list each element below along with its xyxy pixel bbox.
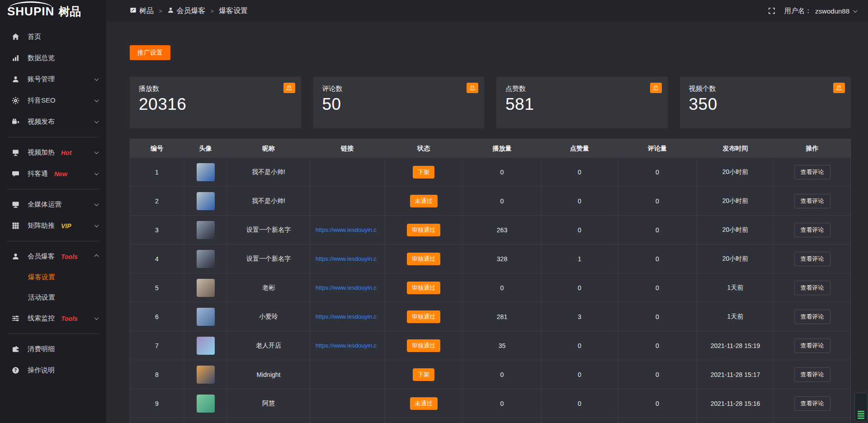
fullscreen-icon[interactable]	[768, 7, 775, 14]
cell-nickname: 小爱玲	[227, 302, 310, 331]
sidebar-item-视频发布[interactable]: 视频发布	[0, 111, 106, 132]
breadcrumb-item-爆客设置[interactable]: 爆客设置	[219, 6, 248, 16]
cell-avatar	[184, 389, 227, 418]
breadcrumb-item-树品[interactable]: 树品	[130, 6, 154, 16]
sidebar-item-label: 数据总览	[28, 54, 55, 62]
cell-avatar	[184, 187, 227, 215]
sidebar-item-tag: Tools	[61, 315, 78, 322]
cell-action: 查看评论	[774, 302, 850, 331]
cell-time	[697, 418, 774, 423]
board-icon	[130, 7, 137, 15]
view-comments-button[interactable]: 查看评论	[794, 367, 830, 382]
chevron-down-icon	[853, 8, 858, 13]
svg-text:?: ?	[14, 368, 17, 373]
app-logo[interactable]: SHUPIN 树品	[0, 0, 106, 23]
sidebar-item-操作说明[interactable]: ? 操作说明	[0, 360, 106, 381]
sidebar-item-tag: New	[54, 170, 67, 178]
monitor-icon	[12, 201, 20, 208]
column-header-评论量: 评论量	[618, 139, 697, 158]
avatar	[197, 163, 215, 181]
cell-nickname	[227, 418, 310, 423]
sidebar-item-首页[interactable]: 首页	[0, 26, 106, 47]
sidebar-item-label: 抖音SEO	[28, 96, 56, 105]
sidebar-item-会员爆客[interactable]: 会员爆客 Tools	[0, 246, 106, 267]
view-comments-button[interactable]: 查看评论	[794, 223, 830, 237]
breadcrumb-item-会员爆客[interactable]: 会员爆客	[167, 6, 206, 16]
cell-time: 20小时前	[697, 187, 774, 215]
stat-value: 20316	[139, 95, 292, 114]
floating-widget[interactable]	[854, 393, 868, 422]
promotion-settings-button[interactable]: 推广设置	[130, 45, 170, 60]
cell-no: 9	[130, 389, 184, 418]
stat-label: 评论数	[322, 85, 476, 93]
cell-likes: 1	[541, 244, 618, 273]
chevron-down-icon	[94, 98, 99, 102]
avatar	[197, 366, 215, 384]
cell-no: 3	[130, 216, 184, 244]
cell-comments: 0	[618, 360, 697, 389]
sidebar-item-label: 账号管理	[28, 75, 55, 84]
cell-likes: 0	[541, 187, 618, 215]
view-comments-button[interactable]: 查看评论	[794, 252, 830, 266]
widget-stripe	[858, 418, 864, 419]
cell-link: https://www.iesdouyin.c	[310, 302, 384, 331]
cell-status: 审核通过	[384, 273, 462, 302]
chevron-down-icon	[94, 171, 99, 175]
cell-link: https://www.iesdouyin.c	[310, 216, 384, 244]
sidebar-item-矩阵助推[interactable]: 矩阵助推 VIP	[0, 215, 106, 236]
cell-no: 5	[130, 273, 184, 302]
sidebar-item-label: 抖客通	[28, 169, 48, 178]
profile-link[interactable]: https://www.iesdouyin.c	[316, 342, 377, 349]
sidebar-subitem-爆客设置[interactable]: 爆客设置	[0, 267, 106, 287]
status-badge: 未通过	[410, 195, 438, 207]
column-header-状态: 状态	[384, 139, 462, 158]
sidebar-item-抖客通[interactable]: 抖客通 New	[0, 163, 106, 184]
cell-plays: 328	[462, 244, 541, 273]
breadcrumb-separator: >	[159, 8, 162, 14]
cell-nickname: 阿慧	[227, 389, 310, 418]
widget-stripe	[858, 415, 864, 417]
user-menu[interactable]: 用户名：zswodun88	[784, 7, 856, 15]
username-value: zswodun88	[815, 7, 849, 15]
view-comments-button[interactable]: 查看评论	[794, 165, 830, 179]
sidebar-item-视频加热[interactable]: 视频加热 Hot	[0, 142, 106, 163]
profile-link[interactable]: https://www.iesdouyin.c	[316, 284, 377, 291]
cell-plays: 0	[462, 187, 541, 215]
sidebar-item-线索监控[interactable]: 线索监控 Tools	[0, 308, 106, 329]
cell-comments: 0	[618, 244, 697, 273]
sidebar-divider	[7, 241, 99, 241]
view-comments-button[interactable]: 查看评论	[794, 281, 830, 295]
view-comments-button[interactable]: 查看评论	[794, 310, 830, 324]
cell-plays: 0	[462, 389, 541, 418]
logo-text-en: SHUPIN	[7, 5, 54, 19]
sidebar-item-账号管理[interactable]: 账号管理	[0, 69, 106, 90]
cell-status: 未通过	[384, 389, 462, 418]
stat-card-视频个数: 视频个数 350 总	[680, 77, 851, 128]
view-comments-button[interactable]: 查看评论	[794, 338, 830, 353]
sidebar-subitem-活动设置[interactable]: 活动设置	[0, 287, 106, 308]
view-comments-button[interactable]: 查看评论	[794, 396, 830, 411]
sidebar-item-抖音SEO[interactable]: 抖音SEO	[0, 90, 106, 111]
sidebar-item-消费明细[interactable]: 消费明细	[0, 338, 106, 360]
table-body: 1 我不是小帅! 下架 0 0 0 20小时前 查看评论 2 我不是小帅! 未通…	[130, 158, 850, 423]
cell-plays: 263	[462, 216, 541, 244]
cell-no: 7	[130, 331, 184, 360]
avatar	[197, 337, 215, 355]
data-table: 编号头像昵称链接状态播放量点赞量评论量发布时间操作 1 我不是小帅! 下架 0 …	[130, 139, 851, 423]
sidebar-item-全媒体运营[interactable]: 全媒体运营	[0, 194, 106, 215]
profile-link[interactable]: https://www.iesdouyin.c	[316, 313, 377, 320]
profile-link[interactable]: https://www.iesdouyin.c	[316, 226, 377, 233]
sidebar-item-数据总览[interactable]: 数据总览	[0, 47, 106, 69]
cell-avatar	[184, 360, 227, 389]
cell-likes: 0	[541, 360, 618, 389]
cell-time: 2021-11-28 15:16	[697, 389, 774, 418]
table-row: 1 我不是小帅! 下架 0 0 0 20小时前 查看评论	[130, 158, 850, 186]
widget-stripe	[858, 411, 864, 412]
sidebar: SHUPIN 树品 首页 数据总览 账号管理 抖音SEO 视频发布 视频加热 H…	[0, 0, 106, 423]
profile-link[interactable]: https://www.iesdouyin.c	[316, 255, 377, 262]
top-header: 树品 > 会员爆客 > 爆客设置 用户名：zswodun88	[106, 0, 868, 22]
stat-value: 350	[689, 95, 842, 114]
view-comments-button[interactable]: 查看评论	[794, 194, 830, 208]
gear-icon	[12, 97, 20, 104]
cell-no	[130, 418, 184, 423]
